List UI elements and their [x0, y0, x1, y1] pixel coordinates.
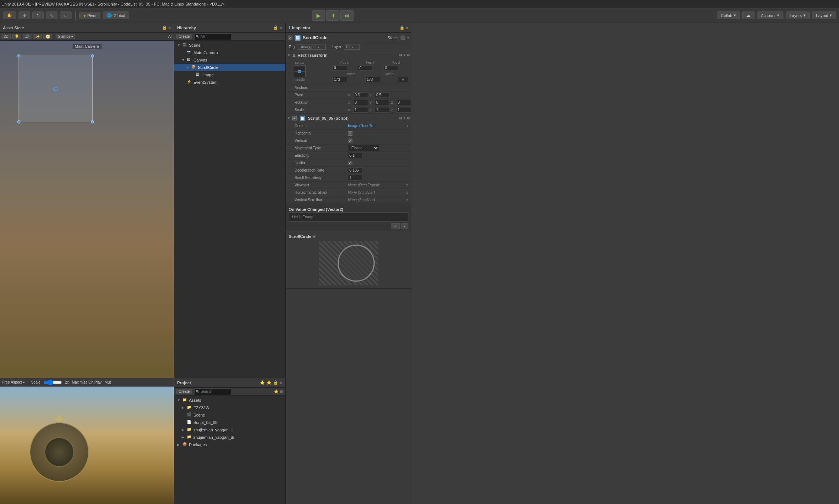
- inertia-checkbox[interactable]: [348, 161, 352, 165]
- project-item-yaoganDi[interactable]: ▶ 📁 zhujiemian_yaogan_di: [174, 434, 285, 441]
- tree-item-scene[interactable]: ▼ 🎬 Scene: [174, 42, 285, 49]
- h-scrollbar-picker-icon[interactable]: ⊙: [405, 191, 408, 195]
- rt-menu-icon[interactable]: ⚙: [407, 53, 410, 57]
- project-create-button[interactable]: Create: [176, 389, 192, 394]
- tree-item-scrollcircle[interactable]: ▼ 📦 ScrollCircle: [174, 64, 285, 71]
- deceleration-rate-input[interactable]: [348, 168, 363, 173]
- object-active-checkbox[interactable]: [288, 36, 292, 40]
- project-item-scene[interactable]: 🎬 Scene: [174, 411, 285, 419]
- panel-menu-icon[interactable]: ≡: [169, 25, 171, 30]
- event-add-button[interactable]: +: [391, 223, 400, 229]
- project-item-packages[interactable]: ▶ 📦 Packages: [174, 441, 285, 448]
- step-button[interactable]: ⏭: [340, 10, 354, 21]
- project-search-input[interactable]: [194, 388, 231, 395]
- content-picker-icon[interactable]: ⊙: [405, 124, 408, 128]
- static-dropdown-arrow[interactable]: ▾: [407, 36, 409, 40]
- scene-center-handle[interactable]: [53, 87, 58, 91]
- account-button[interactable]: Account ▾: [757, 11, 783, 19]
- rt-height-input[interactable]: [365, 77, 380, 82]
- rt-rot-z-input[interactable]: [396, 100, 411, 105]
- rt-settings-icon[interactable]: ⊟: [399, 53, 402, 57]
- tree-item-image[interactable]: 🖼 Image: [174, 71, 285, 79]
- transform-tool-rect[interactable]: ▭: [60, 11, 72, 19]
- project-item-fzy3jw[interactable]: ▶ 📁 FZY3JW: [174, 404, 285, 411]
- event-remove-button[interactable]: -: [401, 223, 408, 229]
- audio-button[interactable]: 🔊: [23, 34, 31, 39]
- horizontal-checkbox[interactable]: [348, 131, 352, 136]
- rt-rot-x-input[interactable]: [353, 100, 368, 105]
- anchor-visual[interactable]: [294, 65, 306, 77]
- inspector-lock-icon[interactable]: 🔒: [399, 25, 405, 30]
- nav-button[interactable]: 🧭: [43, 34, 52, 39]
- hierarchy-search-input[interactable]: [194, 33, 231, 40]
- project-lock-icon[interactable]: 🔒: [273, 380, 278, 385]
- collab-button[interactable]: Collab ▾: [717, 11, 740, 19]
- transform-tool-rotate[interactable]: ↻: [32, 11, 44, 19]
- handle-tl[interactable]: [17, 54, 20, 57]
- tree-item-main-camera[interactable]: 📷 Main Camera: [174, 49, 285, 56]
- rt-scale-y-input[interactable]: [375, 107, 389, 113]
- project-item-assets[interactable]: ▼ 📁 Assets: [174, 397, 285, 404]
- project-menu-icon[interactable]: ≡: [280, 380, 282, 385]
- rt-constrain-icon[interactable]: R: [398, 77, 408, 82]
- rt-pos-z-input[interactable]: [384, 65, 398, 71]
- play-button[interactable]: ▶: [312, 10, 325, 21]
- rt-help-icon[interactable]: ?: [404, 53, 406, 57]
- v-scrollbar-value[interactable]: None (Scrollbar): [348, 198, 375, 202]
- script-menu-icon[interactable]: ⚙: [407, 116, 410, 120]
- scale-slider[interactable]: [43, 381, 62, 384]
- project-item-script[interactable]: 📄 Script_05_05: [174, 419, 285, 426]
- project-icon2[interactable]: ⭐: [266, 380, 272, 385]
- layer-dropdown[interactable]: UI ▾: [344, 44, 360, 50]
- v-scrollbar-picker-icon[interactable]: ⊙: [405, 198, 408, 202]
- handle-tr[interactable]: [91, 54, 94, 57]
- tag-dropdown[interactable]: Untagged ▾: [298, 44, 326, 50]
- viewport-picker-icon[interactable]: ⊙: [405, 183, 408, 187]
- h-scrollbar-value[interactable]: None (Scrollbar): [348, 190, 375, 195]
- vertical-checkbox[interactable]: [348, 139, 352, 143]
- pivot-button[interactable]: ● Pivot: [79, 12, 100, 19]
- effects-button[interactable]: ✨: [33, 34, 42, 39]
- hierarchy-menu-icon[interactable]: ≡: [280, 25, 282, 30]
- project-item-yaogan1[interactable]: ▶ 📁 zhujiemian_yaogan_1: [174, 426, 285, 434]
- rt-width-input[interactable]: [332, 77, 347, 82]
- rt-scale-z-input[interactable]: [396, 107, 411, 113]
- transform-tool-move[interactable]: ✛: [19, 11, 30, 19]
- static-checkbox[interactable]: [401, 36, 405, 40]
- lighting-button[interactable]: 💡: [12, 34, 21, 39]
- elasticity-input[interactable]: [348, 153, 363, 158]
- cloud-button[interactable]: ☁: [742, 11, 755, 19]
- hierarchy-lock-icon[interactable]: 🔒: [273, 25, 278, 30]
- star-icon[interactable]: ⭐: [274, 389, 278, 394]
- tree-item-canvas[interactable]: ▼ 🖼 Canvas: [174, 56, 285, 64]
- viewport-value[interactable]: None (Rect Transfc: [348, 183, 380, 187]
- aspect-dropdown[interactable]: Free Aspect ▾: [2, 380, 25, 384]
- script-header[interactable]: ▼ 📄 Script_05_05 (Script) ⊟ ? ⚙: [286, 114, 411, 122]
- project-icon1[interactable]: ⭐: [260, 380, 265, 385]
- rt-pos-x-input[interactable]: [332, 65, 347, 71]
- 2d-button[interactable]: 2D: [1, 34, 11, 39]
- script-active-checkbox[interactable]: [292, 116, 297, 120]
- rt-pivot-y-input[interactable]: [375, 92, 389, 98]
- rt-rot-y-input[interactable]: [375, 100, 389, 105]
- filter-icon[interactable]: ⊞: [280, 389, 283, 394]
- global-button[interactable]: 🌐 Global: [103, 11, 129, 19]
- layout-button[interactable]: Layout ▾: [812, 11, 836, 19]
- maximize-button[interactable]: Maximize On Play: [72, 380, 102, 384]
- handle-bl[interactable]: [17, 120, 20, 123]
- gizmos-button[interactable]: Gizmos ▾: [56, 34, 76, 39]
- script-settings-icon[interactable]: ⊟: [399, 116, 402, 120]
- script-help-icon[interactable]: ?: [404, 116, 406, 120]
- handle-br[interactable]: [91, 120, 94, 123]
- pause-button[interactable]: ⏸: [326, 10, 339, 21]
- rt-pos-y-input[interactable]: [358, 65, 373, 71]
- layers-button[interactable]: Layers ▾: [786, 11, 810, 19]
- tree-item-eventsystem[interactable]: ⚡ EventSystem: [174, 79, 285, 86]
- panel-lock-icon[interactable]: 🔒: [162, 25, 167, 30]
- rt-scale-x-input[interactable]: [353, 107, 368, 113]
- content-value[interactable]: Image (Rect Trar: [348, 124, 376, 128]
- hierarchy-create-button[interactable]: Create: [176, 34, 192, 39]
- rt-pivot-x-input[interactable]: [353, 92, 368, 98]
- transform-tool-hand[interactable]: ✋: [3, 11, 16, 19]
- scroll-sensitivity-input[interactable]: [348, 175, 363, 180]
